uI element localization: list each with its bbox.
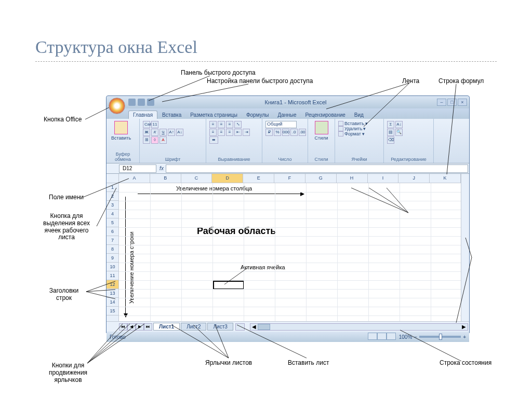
formula-input[interactable] — [166, 164, 468, 173]
normal-view-icon[interactable] — [368, 333, 377, 340]
row-header[interactable]: 12 — [107, 280, 118, 289]
row-header[interactable]: 14 — [107, 298, 118, 307]
tab-nav-next-icon[interactable]: ▶ — [136, 323, 144, 331]
merge-icon[interactable]: ⬌ — [209, 136, 218, 144]
name-box[interactable]: D12 — [119, 164, 156, 173]
row-header[interactable]: 7 — [107, 236, 118, 245]
zoom-level[interactable]: 100% — [399, 334, 413, 340]
dec-dec-icon[interactable]: .00 — [299, 129, 306, 136]
underline-icon[interactable]: Ч — [159, 129, 167, 136]
row-header[interactable]: 5 — [107, 218, 118, 227]
col-header[interactable]: K — [430, 174, 461, 183]
col-header[interactable]: B — [150, 174, 181, 183]
row-header[interactable]: 6 — [107, 227, 118, 236]
sheet-tab[interactable]: Лист1 — [153, 323, 180, 331]
tab-insert[interactable]: Вставка — [158, 111, 185, 119]
col-header[interactable]: E — [243, 174, 274, 183]
percent-icon[interactable]: % — [274, 129, 281, 136]
tab-nav-first-icon[interactable]: ⏮ — [119, 323, 127, 331]
insert-sheet-button[interactable] — [235, 323, 245, 331]
close-icon[interactable]: × — [458, 99, 467, 106]
office-button[interactable] — [109, 98, 125, 114]
redo-icon[interactable] — [147, 99, 154, 106]
align-bot-icon[interactable]: ≡ — [226, 121, 233, 128]
minimize-icon[interactable]: – — [437, 99, 446, 106]
align-left-icon[interactable]: ≡ — [209, 129, 217, 136]
italic-icon[interactable]: К — [151, 129, 158, 136]
zoom-in-icon[interactable]: + — [463, 334, 466, 340]
scroll-right-icon[interactable]: ▶ — [460, 324, 468, 330]
row-header[interactable]: 9 — [107, 254, 118, 263]
maximize-icon[interactable]: □ — [447, 99, 457, 106]
fill-icon[interactable]: ▤ — [387, 129, 394, 136]
sum-icon[interactable]: Σ — [387, 121, 394, 128]
col-header[interactable]: G — [305, 174, 337, 183]
page-layout-icon[interactable] — [377, 333, 387, 340]
cells-area[interactable]: Увеличение номера столбца Увеличение ном… — [119, 183, 461, 321]
tab-data[interactable]: Данные — [273, 111, 300, 119]
vertical-scrollbar[interactable] — [461, 174, 469, 321]
sort-icon[interactable]: A↓ — [395, 121, 403, 128]
align-mid-icon[interactable]: ≡ — [218, 121, 225, 128]
scroll-thumb[interactable] — [258, 324, 270, 330]
undo-icon[interactable] — [138, 99, 145, 106]
col-header[interactable]: J — [398, 174, 430, 183]
clear-icon[interactable]: ⌫ — [387, 136, 394, 144]
align-center-icon[interactable]: ≡ — [218, 129, 225, 136]
insert-cells-button[interactable]: Вставить ▾ — [338, 121, 368, 126]
col-header[interactable]: H — [337, 174, 368, 183]
row-header[interactable]: 10 — [107, 263, 118, 271]
comma-icon[interactable]: 000 — [282, 129, 289, 136]
tab-formulas[interactable]: Формулы — [242, 111, 273, 119]
active-cell[interactable] — [213, 281, 244, 290]
row-header[interactable]: 8 — [107, 245, 118, 254]
save-icon[interactable] — [128, 99, 136, 106]
align-top-icon[interactable]: ≡ — [209, 121, 217, 128]
sheet-tab[interactable]: Лист3 — [207, 323, 233, 331]
row-header[interactable]: 15 — [107, 307, 118, 315]
inc-dec-icon[interactable]: .0 — [290, 129, 298, 136]
border-icon[interactable]: ⊞ — [143, 136, 150, 144]
col-header[interactable]: D — [212, 174, 243, 183]
row-header[interactable]: 11 — [107, 271, 118, 280]
bold-icon[interactable]: Ж — [143, 129, 150, 136]
currency-icon[interactable]: ₽ — [265, 129, 273, 136]
paste-button[interactable]: Вставить — [110, 121, 132, 141]
indent-dec-icon[interactable]: ⇤ — [234, 129, 242, 136]
fx-icon[interactable]: fx — [157, 166, 166, 171]
delete-cells-button[interactable]: Удалить ▾ — [338, 126, 368, 131]
format-cells-button[interactable]: Формат ▾ — [338, 131, 368, 136]
tab-review[interactable]: Рецензирование — [301, 111, 350, 119]
row-header[interactable]: 2 — [107, 192, 118, 201]
page-break-icon[interactable] — [387, 333, 396, 340]
align-right-icon[interactable]: ≡ — [226, 129, 233, 136]
col-header[interactable]: F — [274, 174, 305, 183]
row-header[interactable]: 4 — [107, 210, 118, 218]
scroll-left-icon[interactable]: ◀ — [250, 324, 258, 330]
select-all-button[interactable] — [107, 174, 118, 183]
sheet-tab[interactable]: Лист2 — [181, 323, 206, 331]
row-header[interactable]: 3 — [107, 201, 118, 210]
tab-page-layout[interactable]: Разметка страницы — [186, 111, 242, 119]
fill-color-icon[interactable]: ◊ — [151, 136, 158, 144]
number-format-input[interactable]: Общий — [265, 121, 297, 128]
horizontal-scrollbar[interactable]: ◀▶ — [250, 323, 468, 331]
styles-button[interactable]: Стили — [311, 121, 331, 141]
col-header[interactable]: A — [119, 174, 150, 183]
quick-access-toolbar[interactable] — [128, 99, 154, 106]
find-icon[interactable]: 🔍 — [395, 129, 403, 136]
shrink-font-icon[interactable]: A↓ — [176, 129, 183, 136]
tab-nav-last-icon[interactable]: ⏭ — [144, 323, 152, 331]
indent-inc-icon[interactable]: ⇥ — [243, 129, 250, 136]
font-color-icon[interactable]: A — [159, 136, 167, 144]
font-size-input[interactable]: 11 — [151, 121, 158, 128]
zoom-out-icon[interactable]: − — [414, 334, 417, 340]
grow-font-icon[interactable]: A↑ — [168, 129, 175, 136]
tab-nav-prev-icon[interactable]: ◀ — [127, 323, 136, 331]
row-header[interactable]: 13 — [107, 289, 118, 298]
orient-icon[interactable]: ⤡ — [234, 121, 242, 128]
font-name-input[interactable]: Calibri — [143, 121, 150, 128]
tab-view[interactable]: Вид — [350, 111, 368, 119]
col-header[interactable]: C — [181, 174, 212, 183]
zoom-slider[interactable] — [419, 336, 461, 338]
